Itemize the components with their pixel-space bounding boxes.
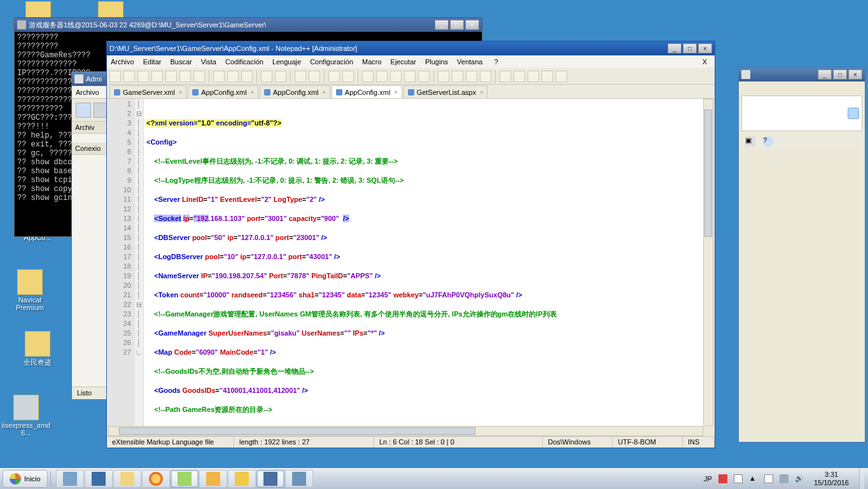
- redo-icon[interactable]: [275, 71, 286, 82]
- menu-lenguaje[interactable]: Lenguaje: [272, 58, 301, 66]
- help-icon[interactable]: ?: [763, 136, 773, 146]
- open-file-icon[interactable]: [123, 71, 135, 82]
- tab-label: AppConfig.xml: [345, 89, 391, 96]
- start-button[interactable]: Inicio: [3, 470, 48, 488]
- show-desktop-button[interactable]: [859, 468, 864, 489]
- menu-ventana[interactable]: Ventana: [457, 58, 482, 66]
- npp-editor[interactable]: 1234567891011121314151617181920212223242…: [108, 99, 703, 426]
- npp-titlebar[interactable]: D:\MU_Server\Server1\GameServer\AppConfi…: [107, 41, 715, 55]
- tray-sound-icon[interactable]: 🔊: [795, 474, 804, 483]
- minimize-button[interactable]: _: [668, 43, 682, 53]
- menu-editar[interactable]: Editar: [143, 58, 162, 66]
- zoom-in-icon[interactable]: [328, 71, 340, 82]
- editor-tab[interactable]: AppConfig.xml×: [188, 85, 258, 98]
- editor-tab[interactable]: AppConfig.xml×: [260, 85, 330, 98]
- show-all-chars-icon[interactable]: [404, 71, 416, 82]
- menu-plugins[interactable]: Plugins: [425, 58, 448, 66]
- indent-guide-icon[interactable]: [418, 71, 430, 82]
- save-icon[interactable]: [137, 71, 149, 82]
- menu-configuracion[interactable]: Configuración: [310, 58, 353, 66]
- pin-app2[interactable]: [285, 470, 313, 488]
- editor-tab[interactable]: GameServer.xml×: [109, 85, 186, 98]
- pin-navicat[interactable]: [228, 470, 256, 488]
- tray-action-icon[interactable]: [764, 474, 773, 483]
- pin-powershell[interactable]: [85, 470, 113, 488]
- menu-macro[interactable]: Macro: [362, 58, 382, 66]
- menu-archivo[interactable]: Archivo: [111, 58, 134, 66]
- tab-close-icon[interactable]: ×: [394, 89, 397, 96]
- tab-close-icon[interactable]: ×: [480, 89, 483, 96]
- editor-tab[interactable]: GetServerList.aspx×: [403, 85, 488, 98]
- admi-sidebar: Archiv Conexio: [72, 122, 108, 386]
- folder-icon[interactable]: [452, 71, 463, 82]
- back-button[interactable]: [76, 103, 91, 118]
- copy-icon[interactable]: [227, 71, 239, 82]
- sync-v-icon[interactable]: [362, 71, 374, 82]
- tray-arrow-icon[interactable]: ▲: [749, 474, 758, 483]
- horizontal-scrollbar[interactable]: [108, 426, 703, 436]
- tab-close-icon[interactable]: ×: [179, 89, 182, 96]
- maximize-button[interactable]: □: [450, 20, 464, 30]
- menu-ejecutar[interactable]: Ejecutar: [391, 58, 416, 66]
- fold-gutter[interactable]: │⊟│││││││││││││││││││⊟││││∟: [135, 99, 144, 426]
- tray-network-icon[interactable]: [780, 474, 788, 483]
- cut-icon[interactable]: [213, 71, 225, 82]
- zoom-out-icon[interactable]: [342, 71, 354, 82]
- macro-stop-icon[interactable]: [514, 71, 525, 82]
- save-all-icon[interactable]: [151, 71, 163, 82]
- desktop-icon[interactable]: 全民奇迹: [13, 331, 62, 367]
- paste-icon[interactable]: [241, 71, 253, 82]
- macro-play-icon[interactable]: [528, 71, 539, 82]
- macro-start-icon[interactable]: [500, 71, 511, 82]
- pin-notepadpp[interactable]: [171, 470, 199, 488]
- pin-explorer[interactable]: [113, 470, 141, 488]
- menu-buscar[interactable]: Buscar: [170, 58, 192, 66]
- menu-help[interactable]: ?: [494, 58, 498, 66]
- macro-multi-icon[interactable]: [542, 71, 553, 82]
- maximize-button[interactable]: □: [683, 43, 697, 53]
- tray-shield-icon[interactable]: [718, 474, 727, 483]
- find-icon[interactable]: [295, 71, 306, 82]
- desktop-icon[interactable]: Navicat Premium: [5, 269, 55, 311]
- pin-firefox[interactable]: [142, 470, 170, 488]
- go-icon[interactable]: [848, 108, 859, 119]
- lang-indicator[interactable]: JP: [704, 475, 712, 483]
- function-list-icon[interactable]: [466, 71, 477, 82]
- close-button[interactable]: ×: [465, 20, 479, 30]
- minimize-button[interactable]: _: [818, 69, 832, 80]
- lang-icon[interactable]: [438, 71, 449, 82]
- right-titlebar[interactable]: _ □ ×: [739, 67, 865, 82]
- menu-codificacion[interactable]: Codificación: [225, 58, 263, 66]
- maximize-button[interactable]: □: [833, 69, 847, 80]
- doc-map-icon[interactable]: [480, 71, 491, 82]
- code-area[interactable]: <?xml version="1.0" encoding="utf-8"?> <…: [144, 99, 703, 426]
- close-button[interactable]: ×: [848, 69, 862, 80]
- replace-icon[interactable]: [309, 71, 320, 82]
- menu-vista[interactable]: Vista: [201, 58, 216, 66]
- close-all-icon[interactable]: [179, 71, 191, 82]
- vertical-scrollbar[interactable]: [703, 99, 713, 426]
- undo-icon[interactable]: [261, 71, 272, 82]
- pin-app1[interactable]: [199, 470, 227, 488]
- console-titlebar[interactable]: 游戏服务器1线@2015-06-03 22 4269@D:\MU_Server\…: [15, 18, 482, 32]
- wrap-icon[interactable]: [390, 71, 402, 82]
- close-button[interactable]: ×: [698, 43, 712, 53]
- tray-flag-icon[interactable]: [734, 474, 743, 483]
- menu-file[interactable]: Archivo: [76, 89, 99, 96]
- icon-label: Navicat Premium: [5, 296, 55, 311]
- close-file-icon[interactable]: [165, 71, 177, 82]
- new-file-icon[interactable]: [109, 71, 121, 82]
- print-icon[interactable]: [193, 71, 205, 82]
- tab-close-icon[interactable]: ×: [251, 89, 254, 96]
- macro-save-icon[interactable]: [556, 71, 567, 82]
- tab-close-icon[interactable]: ×: [323, 89, 326, 96]
- pin-server-manager[interactable]: [56, 470, 84, 488]
- sync-h-icon[interactable]: [376, 71, 388, 82]
- minimize-button[interactable]: _: [435, 20, 449, 30]
- filter-icon[interactable]: ▣: [745, 136, 755, 146]
- menubar-close-x[interactable]: X: [703, 58, 707, 66]
- pin-console[interactable]: [256, 470, 284, 488]
- desktop-icon[interactable]: iisexpress_amd6...: [1, 395, 51, 437]
- editor-tab[interactable]: AppConfig.xml×: [332, 85, 402, 98]
- taskbar-clock[interactable]: 3:31 15/10/2016: [810, 471, 853, 487]
